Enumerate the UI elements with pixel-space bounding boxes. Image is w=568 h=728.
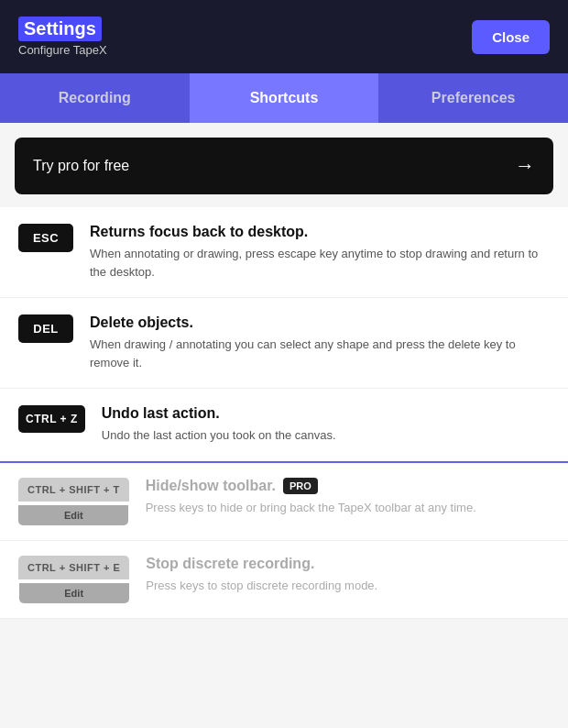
app-subtitle: Configure TapeX	[18, 43, 107, 57]
header-brand: Settings Configure TapeX	[18, 17, 107, 57]
shortcut-desc-esc: Returns focus back to desktop. When anno…	[90, 224, 550, 281]
pro-shortcut-item-toolbar: CTRL + SHIFT + T Edit Hide/show toolbar.…	[0, 463, 568, 541]
shortcut-desc-ctrlz: Undo last action. Undo the last action y…	[102, 405, 550, 445]
shortcut-body-ctrlz: Undo the last action you took on the can…	[102, 426, 550, 445]
key-ctrl-shift-e: CTRL + SHIFT + E	[18, 556, 129, 579]
key-esc: ESC	[18, 224, 73, 252]
shortcut-body-del: When drawing / annotating you can select…	[90, 336, 550, 371]
key-del: DEL	[18, 314, 73, 343]
shortcut-title-toolbar: Hide/show toolbar.	[146, 478, 276, 494]
shortcut-title-ctrlz: Undo last action.	[102, 405, 550, 422]
shortcut-body-discrete: Press keys to stop discrete recording mo…	[146, 577, 550, 595]
pro-title-row-toolbar: Hide/show toolbar. PRO	[146, 478, 550, 494]
close-button[interactable]: Close	[472, 20, 550, 54]
pro-banner-arrow: →	[515, 154, 535, 178]
pro-shortcut-item-discrete: CTRL + SHIFT + E Edit Stop discrete reco…	[0, 541, 568, 619]
key-ctrlz: CTRL + Z	[18, 405, 85, 433]
pro-title-row-discrete: Stop discrete recording.	[146, 556, 550, 572]
shortcut-body-toolbar: Press keys to hide or bring back the Tap…	[146, 499, 550, 517]
tab-preferences[interactable]: Preferences	[378, 73, 568, 123]
pro-shortcuts-list: CTRL + SHIFT + T Edit Hide/show toolbar.…	[0, 463, 568, 619]
key-ctrl-shift-t: CTRL + SHIFT + T	[18, 478, 129, 502]
pro-banner-text: Try pro for free	[33, 158, 129, 174]
pro-banner[interactable]: Try pro for free →	[15, 138, 553, 194]
shortcut-desc-discrete: Stop discrete recording. Press keys to s…	[146, 556, 550, 595]
tab-shortcuts[interactable]: Shortcuts	[190, 73, 379, 123]
key-edit-discrete: Edit	[19, 583, 129, 603]
pro-badge-toolbar: PRO	[283, 478, 318, 494]
tab-bar: Recording Shortcuts Preferences	[0, 73, 568, 123]
shortcut-item-ctrlz: CTRL + Z Undo last action. Undo the last…	[0, 389, 568, 461]
shortcut-title-del: Delete objects.	[90, 314, 550, 331]
key-wrapper-discrete: CTRL + SHIFT + E Edit	[18, 556, 129, 603]
shortcut-desc-del: Delete objects. When drawing / annotatin…	[90, 314, 550, 371]
app-header: Settings Configure TapeX Close	[0, 0, 568, 73]
shortcut-title-discrete: Stop discrete recording.	[146, 556, 314, 572]
tab-recording[interactable]: Recording	[0, 73, 190, 123]
key-edit-toolbar: Edit	[18, 505, 128, 525]
shortcuts-list: ESC Returns focus back to desktop. When …	[0, 207, 568, 461]
key-wrapper-toolbar: CTRL + SHIFT + T Edit	[18, 478, 129, 525]
shortcut-title-esc: Returns focus back to desktop.	[90, 224, 550, 240]
shortcut-desc-toolbar: Hide/show toolbar. PRO Press keys to hid…	[146, 478, 550, 517]
shortcut-item-del: DEL Delete objects. When drawing / annot…	[0, 298, 568, 389]
shortcut-body-esc: When annotating or drawing, press escape…	[90, 245, 550, 281]
shortcut-item-esc: ESC Returns focus back to desktop. When …	[0, 207, 568, 298]
app-title: Settings	[18, 17, 102, 41]
